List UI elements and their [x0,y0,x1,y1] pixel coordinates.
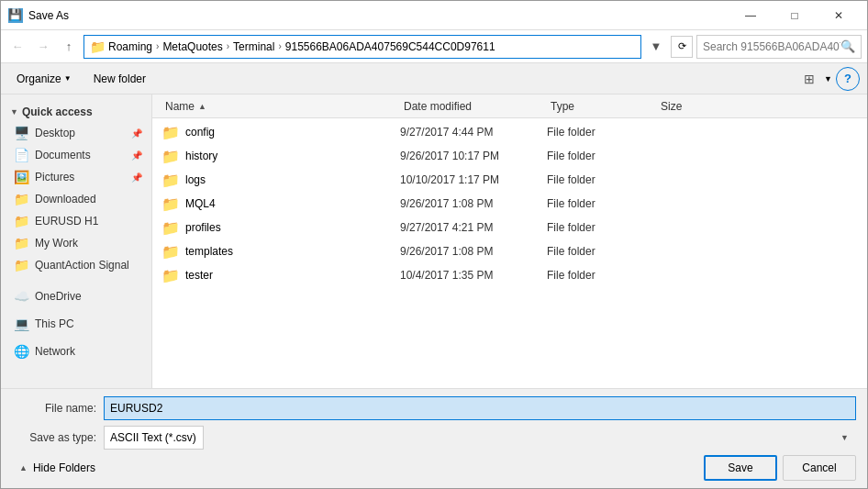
folder-icon: 📁 [161,195,180,213]
bottom-bar: File name: Save as type: ASCII Text (*.c… [1,388,867,488]
filename-label: File name: [12,402,104,415]
address-path[interactable]: 📁 Roaming › MetaQuotes › Terminal › 9155… [83,35,641,59]
cell-date: 9/26/2017 1:08 PM [400,245,547,258]
refresh-button[interactable]: ⟳ [671,36,693,58]
up-button[interactable]: ↑ [58,36,80,58]
path-metaquotes: MetaQuotes [162,40,222,53]
sidebar: ▼ Quick access 🖥️ Desktop 📌 📄 Documents … [1,94,152,388]
cell-name: 📁 history [161,148,400,165]
sidebar-item-mywork[interactable]: 📁 My Work [1,232,151,254]
col-name-header[interactable]: Name ▲ [161,98,400,115]
col-date-header[interactable]: Date modified [400,98,547,115]
new-folder-button[interactable]: New folder [85,67,154,91]
file-list-area: Name ▲ Date modified Type Size 📁 config [152,94,867,388]
table-row[interactable]: 📁 profiles 9/27/2017 4:21 PM File folder [152,216,867,239]
quick-access-label: Quick access [22,106,93,118]
table-row[interactable]: 📁 logs 10/10/2017 1:17 PM File folder [152,168,867,192]
help-button[interactable]: ? [836,67,860,91]
folder-icon: 📁 [161,267,180,284]
table-row[interactable]: 📁 history 9/26/2017 10:17 PM File folder [152,144,867,168]
file-name-text: tester [185,269,213,282]
sidebar-item-eurusd[interactable]: 📁 EURUSD H1 [1,210,151,232]
sidebar-thispc-label: This PC [35,317,74,330]
pictures-folder-icon: 🖼️ [14,170,29,184]
col-size-label: Size [661,100,682,113]
minimize-button[interactable]: — [729,3,772,28]
cell-date: 9/27/2017 4:21 PM [400,221,547,234]
sidebar-item-onedrive[interactable]: ☁️ OneDrive [1,285,151,307]
table-row[interactable]: 📁 config 9/27/2017 4:44 PM File folder [152,120,867,144]
cell-name: 📁 logs [161,172,400,189]
file-name-text: history [185,150,217,162]
saveastype-row: Save as type: ASCII Text (*.csv) [12,426,856,450]
cell-type: File folder [547,269,657,282]
sidebar-item-thispc[interactable]: 💻 This PC [1,313,151,335]
cell-date: 10/4/2017 1:35 PM [400,269,547,282]
thispc-icon: 💻 [14,317,29,331]
search-box[interactable]: 🔍 [696,35,862,59]
close-button[interactable]: ✕ [818,3,860,28]
organize-button[interactable]: Organize ▼ [8,67,80,91]
back-button[interactable]: ← [6,36,28,58]
col-size-header[interactable]: Size [657,98,730,115]
path-segment: Roaming › MetaQuotes › Terminal › 915566… [108,40,495,53]
desktop-folder-icon: 🖥️ [14,126,29,140]
col-date-label: Date modified [404,100,472,113]
address-bar: ← → ↑ 📁 Roaming › MetaQuotes › Terminal … [1,30,867,63]
cancel-button[interactable]: Cancel [783,455,856,481]
path-folder-icon: 📁 [90,39,106,54]
button-row: ▲ Hide Folders Save Cancel [12,455,856,481]
sidebar-item-pictures[interactable]: 🖼️ Pictures 📌 [1,166,151,188]
search-icon[interactable]: 🔍 [840,39,855,53]
table-row[interactable]: 📁 tester 10/4/2017 1:35 PM File folder [152,263,867,287]
cell-date: 9/27/2017 4:44 PM [400,126,547,139]
sidebar-quantaction-label: QuantAction Signal [35,259,129,272]
documents-folder-icon: 📄 [14,148,29,162]
cell-date: 10/10/2017 1:17 PM [400,173,547,186]
table-row[interactable]: 📁 templates 9/26/2017 1:08 PM File folde… [152,239,867,263]
filename-row: File name: [12,396,856,420]
file-name-text: config [185,126,215,139]
hide-folders-label: Hide Folders [33,461,95,474]
col-type-label: Type [551,100,574,113]
cell-name: 📁 config [161,124,400,141]
folder-icon: 📁 [161,172,180,189]
desktop-pin-icon: 📌 [131,128,142,139]
path-arrow-1: › [156,41,159,51]
save-button[interactable]: Save [704,455,777,481]
folder-icon: 📁 [161,148,180,165]
saveastype-select[interactable]: ASCII Text (*.csv) [104,426,204,450]
file-name-text: MQL4 [185,197,216,210]
sidebar-item-downloaded[interactable]: 📁 Downloaded [1,188,151,210]
search-input[interactable] [703,40,840,53]
sidebar-desktop-label: Desktop [35,127,75,139]
forward-button[interactable]: → [32,36,54,58]
col-type-header[interactable]: Type [547,98,657,115]
path-hash: 915566BA06ADA407569C544CC0D97611 [285,40,495,53]
saveastype-wrapper: ASCII Text (*.csv) [104,426,856,450]
sidebar-item-quantaction[interactable]: 📁 QuantAction Signal [1,254,151,276]
cell-type: File folder [547,126,657,139]
sidebar-item-documents[interactable]: 📄 Documents 📌 [1,144,151,166]
dropdown-button[interactable]: ▼ [645,36,667,58]
quick-access-chevron: ▼ [10,107,18,117]
hide-folders-row[interactable]: ▲ Hide Folders [12,455,103,481]
maximize-button[interactable]: □ [773,3,816,28]
sidebar-pictures-label: Pictures [35,171,74,183]
cell-date: 9/26/2017 10:17 PM [400,150,547,162]
view-toggle-button[interactable]: ⊞ [798,68,820,90]
folder-icon: 📁 [161,243,180,261]
file-list: 📁 config 9/27/2017 4:44 PM File folder 📁… [152,118,867,388]
quick-access-header[interactable]: ▼ Quick access [1,102,151,122]
eurusd-folder-icon: 📁 [14,214,29,228]
filename-input[interactable] [104,396,856,420]
sidebar-item-desktop[interactable]: 🖥️ Desktop 📌 [1,122,151,144]
dialog-title: Save As [28,9,729,22]
sidebar-item-network[interactable]: 🌐 Network [1,340,151,362]
path-arrow-2: › [227,41,229,51]
sidebar-documents-label: Documents [35,149,91,161]
toolbar: Organize ▼ New folder ⊞ ▼ ? [1,63,867,94]
table-row[interactable]: 📁 MQL4 9/26/2017 1:08 PM File folder [152,192,867,216]
view-dropdown-arrow[interactable]: ▼ [824,74,832,83]
cell-name: 📁 profiles [161,219,400,237]
